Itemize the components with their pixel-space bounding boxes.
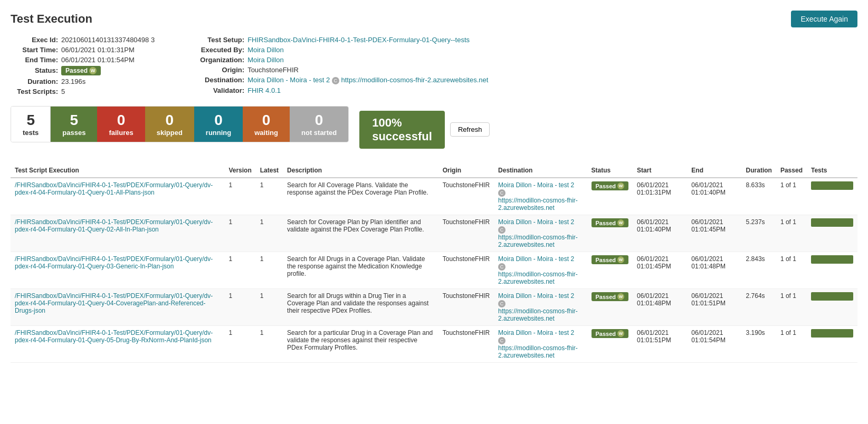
dest-url-link[interactable]: https://modillon-cosmos-fhir-2.azurewebs… bbox=[498, 197, 578, 211]
destination-value: Moira Dillon - Moira - test 2 C https://… bbox=[247, 76, 488, 84]
dest-name-link[interactable]: Moira Dillon - Moira - test 2 bbox=[498, 329, 574, 336]
cell-end: 06/01/2021 01:01:51PM bbox=[687, 289, 741, 326]
progress-bar-wrap bbox=[811, 329, 853, 338]
success-pct: 100% bbox=[372, 116, 402, 129]
c-badge: C bbox=[498, 300, 505, 307]
w-icon: W bbox=[617, 182, 624, 189]
notstarted-num: 0 bbox=[315, 112, 323, 129]
exec-id-value: 20210601140131337480498 3 bbox=[61, 36, 155, 44]
w-icon: W bbox=[617, 293, 624, 300]
cell-end: 06/01/2021 01:01:54PM bbox=[687, 326, 741, 363]
passed-badge: PassedW bbox=[592, 218, 629, 227]
executed-by-row: Executed By: Moira Dillon bbox=[186, 46, 488, 54]
failures-num: 0 bbox=[117, 112, 126, 129]
w-icon: W bbox=[617, 330, 624, 337]
cell-origin: TouchstoneFHIR bbox=[438, 215, 494, 252]
destination-name-link[interactable]: Moira Dillon - Moira - test 2 bbox=[247, 76, 330, 84]
script-link[interactable]: /FHIRSandbox/DaVinci/FHIR4-0-1-Test/PDEX… bbox=[15, 181, 213, 196]
refresh-button[interactable]: Refresh bbox=[450, 122, 490, 137]
dest-url-link[interactable]: https://modillon-cosmos-fhir-2.azurewebs… bbox=[498, 307, 578, 322]
validator-link[interactable]: FHIR 4.0.1 bbox=[247, 86, 281, 94]
stats-row: 5 tests 5 passes 0 failures 0 skipped 0 … bbox=[11, 106, 349, 142]
dest-url-link[interactable]: https://modillon-cosmos-fhir-2.azurewebs… bbox=[498, 344, 578, 359]
cell-description: Search for all Drugs within a Drug Tier … bbox=[283, 289, 438, 326]
organization-link[interactable]: Moira Dillon bbox=[247, 56, 284, 64]
cell-duration: 5.237s bbox=[742, 215, 776, 252]
cell-duration: 2.764s bbox=[742, 289, 776, 326]
validator-row: Validator: FHIR 4.0.1 bbox=[186, 86, 488, 94]
executed-by-label: Executed By: bbox=[186, 46, 244, 54]
cell-description: Search for a particular Drug in a Covera… bbox=[283, 326, 438, 363]
c-badge: C bbox=[498, 189, 505, 197]
w-icon: W bbox=[617, 256, 624, 263]
end-time-row: End Time: 06/01/2021 01:01:54PM bbox=[11, 56, 155, 64]
executed-by-link[interactable]: Moira Dillon bbox=[247, 46, 284, 54]
dest-name-link[interactable]: Moira Dillon - Moira - test 2 bbox=[498, 181, 574, 189]
cell-start: 06/01/2021 01:01:40PM bbox=[633, 215, 687, 252]
stat-skipped: 0 skipped bbox=[145, 107, 194, 142]
destination-row: Destination: Moira Dillon - Moira - test… bbox=[186, 76, 488, 84]
stat-running: 0 running bbox=[194, 107, 243, 142]
running-num: 0 bbox=[214, 112, 223, 129]
progress-bar-fill bbox=[811, 255, 853, 264]
progress-bar-wrap bbox=[811, 181, 853, 190]
cell-latest: 1 bbox=[256, 289, 283, 326]
validator-label: Validator: bbox=[186, 86, 244, 94]
col-start: Start bbox=[633, 163, 687, 178]
notstarted-label: not started bbox=[301, 129, 337, 137]
cell-latest: 1 bbox=[256, 215, 283, 252]
status-row: Status: Passed W bbox=[11, 66, 155, 75]
organization-row: Organization: Moira Dillon bbox=[186, 56, 488, 64]
exec-id-label: Exec Id: bbox=[11, 36, 58, 44]
cell-tests bbox=[807, 289, 857, 326]
stat-tests: 5 tests bbox=[11, 107, 51, 142]
test-scripts-value: 5 bbox=[61, 88, 65, 95]
success-box: 100% successful bbox=[359, 111, 445, 149]
execute-again-button[interactable]: Execute Again bbox=[791, 11, 857, 27]
cell-origin: TouchstoneFHIR bbox=[438, 252, 494, 289]
cell-latest: 1 bbox=[256, 252, 283, 289]
end-time-label: End Time: bbox=[11, 56, 58, 64]
cell-passed: 1 of 1 bbox=[776, 252, 807, 289]
w-icon: W bbox=[617, 219, 624, 226]
script-link[interactable]: /FHIRSandbox/DaVinci/FHIR4-0-1-Test/PDEX… bbox=[15, 329, 213, 344]
cell-version: 1 bbox=[224, 252, 255, 289]
passed-badge: PassedW bbox=[592, 329, 629, 338]
dest-url-link[interactable]: https://modillon-cosmos-fhir-2.azurewebs… bbox=[498, 234, 578, 248]
cell-script: /FHIRSandbox/DaVinci/FHIR4-0-1-Test/PDEX… bbox=[11, 215, 224, 252]
cell-duration: 8.633s bbox=[742, 178, 776, 215]
origin-value: TouchstoneFHIR bbox=[247, 66, 299, 74]
col-origin: Origin bbox=[438, 163, 494, 178]
dest-name-link[interactable]: Moira Dillon - Moira - test 2 bbox=[498, 255, 574, 263]
table-row: /FHIRSandbox/DaVinci/FHIR4-0-1-Test/PDEX… bbox=[11, 178, 857, 215]
cell-status: PassedW bbox=[587, 215, 633, 252]
cell-origin: TouchstoneFHIR bbox=[438, 178, 494, 215]
failures-label: failures bbox=[109, 129, 133, 137]
c-badge: C bbox=[498, 337, 505, 344]
duration-label: Duration: bbox=[11, 78, 58, 85]
dest-url-link[interactable]: https://modillon-cosmos-fhir-2.azurewebs… bbox=[498, 271, 578, 285]
page-header: Test Execution Execute Again bbox=[11, 11, 857, 27]
dest-name-link[interactable]: Moira Dillon - Moira - test 2 bbox=[498, 218, 574, 226]
table-row: /FHIRSandbox/DaVinci/FHIR4-0-1-Test/PDEX… bbox=[11, 326, 857, 363]
script-link[interactable]: /FHIRSandbox/DaVinci/FHIR4-0-1-Test/PDEX… bbox=[15, 255, 213, 270]
meta-left: Exec Id: 20210601140131337480498 3 Start… bbox=[11, 36, 155, 95]
cell-description: Search for All Drugs in a Coverage Plan.… bbox=[283, 252, 438, 289]
dest-name-link[interactable]: Moira Dillon - Moira - test 2 bbox=[498, 292, 574, 300]
page-container: Test Execution Execute Again Exec Id: 20… bbox=[0, 0, 868, 373]
start-time-row: Start Time: 06/01/2021 01:01:31PM bbox=[11, 46, 155, 54]
script-link[interactable]: /FHIRSandbox/DaVinci/FHIR4-0-1-Test/PDEX… bbox=[15, 218, 213, 233]
cell-destination: Moira Dillon - Moira - test 2 C https://… bbox=[494, 326, 587, 363]
script-link[interactable]: /FHIRSandbox/DaVinci/FHIR4-0-1-Test/PDEX… bbox=[15, 292, 213, 314]
start-time-value: 06/01/2021 01:01:31PM bbox=[61, 46, 135, 54]
duration-value: 23.196s bbox=[61, 78, 85, 85]
cell-status: PassedW bbox=[587, 252, 633, 289]
cell-tests bbox=[807, 215, 857, 252]
test-setup-link[interactable]: FHIRSandbox-DaVinci-FHIR4-0-1-Test-PDEX-… bbox=[247, 36, 470, 44]
table-row: /FHIRSandbox/DaVinci/FHIR4-0-1-Test/PDEX… bbox=[11, 215, 857, 252]
table-header-row: Test Script Execution Version Latest Des… bbox=[11, 163, 857, 178]
cell-script: /FHIRSandbox/DaVinci/FHIR4-0-1-Test/PDEX… bbox=[11, 289, 224, 326]
col-tests: Tests bbox=[807, 163, 857, 178]
origin-row: Origin: TouchstoneFHIR bbox=[186, 66, 488, 74]
destination-url-link[interactable]: https://modillon-cosmos-fhir-2.azurewebs… bbox=[341, 76, 488, 84]
